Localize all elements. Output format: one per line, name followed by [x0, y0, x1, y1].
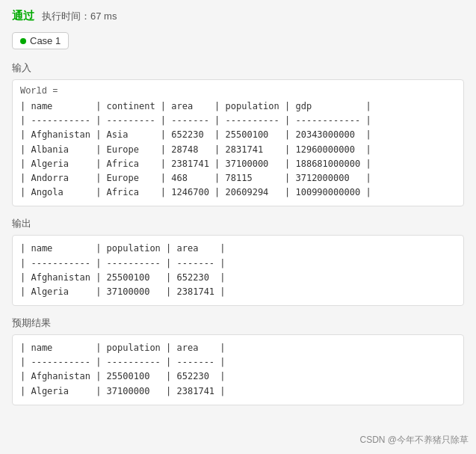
expected-table: | name | population | area | | ---------… — [20, 341, 456, 399]
pass-label: 通过 — [12, 9, 34, 23]
output-table-container: | name | population | area | | ---------… — [12, 235, 464, 306]
input-section-label: 输入 — [12, 61, 464, 75]
case-badge[interactable]: Case 1 — [12, 32, 69, 49]
input-table-container: World = | name | continent | area | popu… — [12, 79, 464, 206]
case-label: Case 1 — [30, 35, 61, 46]
watermark: CSDN @今年不养猪只除草 — [359, 434, 469, 447]
exec-time: 执行时间：67 ms — [42, 10, 117, 23]
expected-table-container: | name | population | area | | ---------… — [12, 334, 464, 405]
case-dot — [20, 38, 26, 44]
header-row: 通过 执行时间：67 ms — [12, 9, 464, 23]
expected-section-label: 预期结果 — [12, 316, 464, 330]
output-table: | name | population | area | | ---------… — [20, 242, 456, 299]
input-table: | name | continent | area | population |… — [20, 99, 456, 200]
output-section-label: 输出 — [12, 217, 464, 230]
input-var-line: World = — [20, 86, 456, 96]
